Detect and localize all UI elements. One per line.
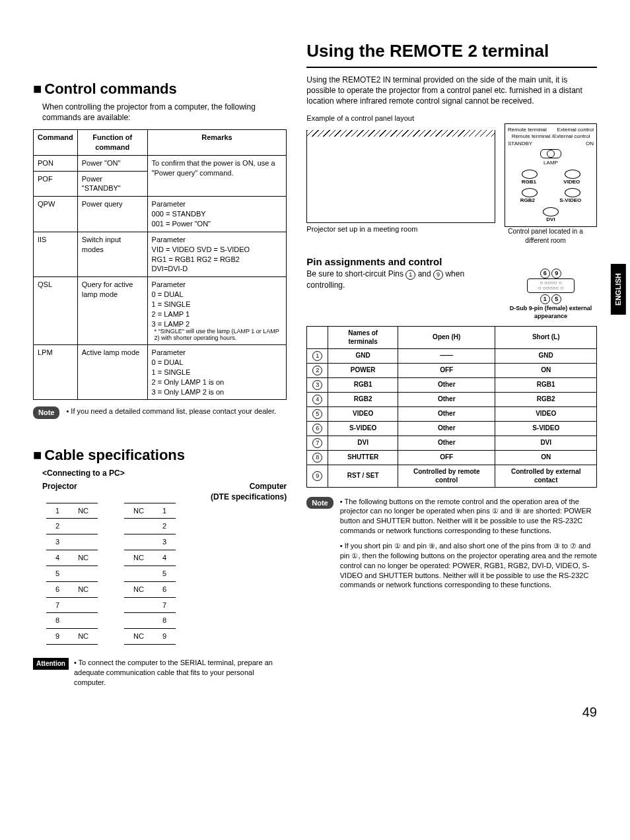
pin-assignments-heading: Pin assignments and control — [306, 255, 597, 269]
cable-cell: NC — [124, 629, 153, 645]
remark-cell: Parameter VID = VIDEO SVD = S-VIDEO RG1 … — [147, 232, 287, 276]
note-badge: Note — [33, 406, 59, 419]
func-cell: Power "STANDBY" — [77, 171, 147, 197]
remote-note-2: • If you short pin ① and pin ⑨, and also… — [340, 541, 597, 590]
cable-table: 1NC234NC56NC789NC NC123NC45NC678NC9 — [46, 503, 287, 645]
cable-cell — [69, 519, 98, 534]
pin-1-icon: 1 — [405, 270, 415, 280]
cmd-cell: PON — [34, 155, 78, 171]
control-panel-diagram: Remote terminalExternal control Remote t… — [505, 123, 597, 228]
pin-num: 5 — [307, 406, 328, 421]
cable-h-dte: (DTE specifications) — [211, 492, 287, 501]
pin-th1: Names of terminals — [328, 326, 398, 348]
cable-cell: 4 — [153, 550, 176, 566]
pin-th3: Short (L) — [495, 326, 597, 348]
cable-spec-heading: Cable specifications — [33, 445, 287, 465]
func-cell: Switch input modes — [77, 232, 147, 276]
pin-name: DVI — [328, 436, 398, 450]
pin-short: Controlled by external contact — [495, 465, 597, 487]
page-number: 49 — [33, 703, 597, 721]
cable-cell: NC — [69, 581, 98, 597]
cable-h-computer: Computer — [250, 482, 287, 491]
lbl-svideo: S-VIDEO — [559, 197, 581, 205]
pin-name: SHUTTER — [328, 450, 398, 465]
cable-cell: 5 — [46, 565, 69, 581]
lbl-combined: Remote terminal /External control — [508, 133, 594, 141]
cable-cell: NC — [69, 550, 98, 566]
th-command: Command — [34, 130, 78, 156]
lbl-lamp: LAMP — [508, 160, 594, 167]
cable-cell: 1 — [46, 503, 69, 519]
dvi-button-icon — [543, 207, 559, 216]
pin-th0 — [307, 326, 328, 348]
cable-cell — [124, 597, 153, 613]
cable-cell — [69, 534, 98, 550]
pin-name: RGB2 — [328, 392, 398, 406]
cmd-cell: IIS — [34, 232, 78, 276]
cable-cell: NC — [124, 550, 153, 566]
pin-short: VIDEO — [495, 406, 597, 421]
pin-short: S-VIDEO — [495, 421, 597, 436]
pin-name: RGB1 — [328, 377, 398, 392]
connector-figure: 6 9 ○ ○○○○ ○○ ○○○○○ ○ 1 5 D-Sub 9-pin (f… — [505, 269, 597, 320]
cable-cell: NC — [124, 503, 153, 519]
cmd-cell: QPW — [34, 197, 78, 232]
pin-open: Other — [398, 377, 495, 392]
right-column: ENGLISH Using the REMOTE 2 terminal Usin… — [306, 40, 597, 688]
remark-cell: Parameter 0 = DUAL 1 = SINGLE 2 = Only L… — [147, 345, 287, 400]
pin-name: GND — [328, 348, 398, 363]
cmd-cell: LPM — [34, 345, 78, 400]
note-text: • If you need a detailed command list, p… — [66, 406, 287, 416]
control-commands-heading: Control commands — [33, 79, 287, 99]
qsl-footnote: * "SINGLE" will use the lamp (LAMP 1 or … — [155, 329, 283, 342]
pin-short: ON — [495, 450, 597, 465]
cable-subhead: <Connecting to a PC> — [42, 468, 287, 478]
func-cell: Power query — [77, 197, 147, 232]
cable-cell: 2 — [46, 519, 69, 534]
connector-caption: D-Sub 9-pin (female) external appearance — [505, 304, 597, 320]
th-remarks: Remarks — [147, 130, 287, 156]
lbl-external-control: External control — [557, 127, 594, 134]
remark-cell: To confirm that the power is ON, use a "… — [147, 155, 287, 197]
cable-cell: NC — [69, 629, 98, 645]
cable-cell — [124, 613, 153, 629]
cable-cell: 9 — [153, 629, 176, 645]
pin-num: 1 — [307, 348, 328, 363]
cable-cell: 8 — [46, 613, 69, 629]
cmd-cell: QSL — [34, 277, 78, 345]
th-function: Function of command — [77, 130, 147, 156]
cable-cell: 8 — [153, 613, 176, 629]
lbl-dvi: DVI — [508, 216, 594, 224]
pin-open: Other — [398, 436, 495, 450]
pin-short: RGB2 — [495, 392, 597, 406]
pin-open: —— — [398, 348, 495, 363]
lbl-remote-terminal: Remote terminal — [508, 127, 547, 134]
example-label: Example of a control panel layout — [306, 113, 597, 123]
cable-cell: 7 — [46, 597, 69, 613]
pin-short: GND — [495, 348, 597, 363]
func-cell: Power "ON" — [77, 155, 147, 171]
control-commands-intro: When controlling the projector from a co… — [42, 102, 287, 123]
pin-short: RGB1 — [495, 377, 597, 392]
remark-cell: Parameter 000 = STANDBY 001 = Power "ON" — [147, 197, 287, 232]
pin-open: Other — [398, 421, 495, 436]
pin-open: Other — [398, 392, 495, 406]
pin-open: Controlled by remote control — [398, 465, 495, 487]
func-cell: Active lamp mode — [77, 345, 147, 400]
cable-cell: 3 — [153, 534, 176, 550]
pin-num: 3 — [307, 377, 328, 392]
pin-num: 7 — [307, 436, 328, 450]
cable-cell: 4 — [46, 550, 69, 566]
cable-cell: 5 — [153, 565, 176, 581]
pin-name: POWER — [328, 363, 398, 377]
pin-name: VIDEO — [328, 406, 398, 421]
pin-9-icon: 9 — [433, 270, 443, 280]
pin-name: RST / SET — [328, 465, 398, 487]
cable-cell: 7 — [153, 597, 176, 613]
pin-text-b: and — [415, 269, 433, 278]
cable-cell: 1 — [153, 503, 176, 519]
pin-th2: Open (H) — [398, 326, 495, 348]
pin-open: OFF — [398, 450, 495, 465]
english-tab: ENGLISH — [611, 264, 626, 315]
command-table: Command Function of command Remarks PON … — [33, 129, 287, 400]
